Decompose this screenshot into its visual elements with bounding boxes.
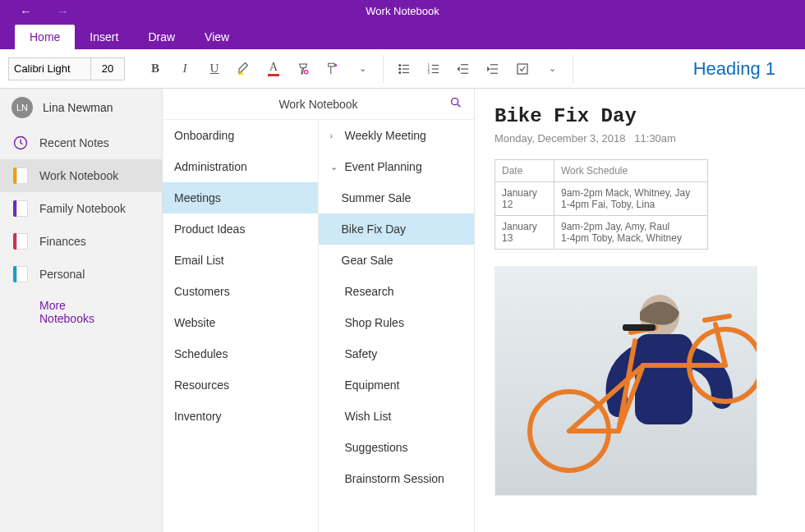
section-item[interactable]: Administration [163, 151, 318, 182]
page-label: Bike Fix Day [342, 222, 407, 236]
section-label: Customers [174, 285, 230, 298]
notebook-icon [12, 167, 30, 185]
svg-point-23 [452, 99, 458, 105]
recent-notes-row[interactable]: Recent Notes [0, 126, 162, 159]
notebook-work[interactable]: Work Notebook [0, 159, 162, 192]
font-color-button[interactable]: A [264, 60, 283, 78]
style-heading-preview[interactable]: Heading 1 [682, 58, 787, 80]
page-item[interactable]: Gear Sale [319, 245, 475, 276]
page-item[interactable]: Shop Rules [319, 307, 475, 338]
underline-button[interactable]: U [205, 60, 223, 78]
back-arrow-icon[interactable]: ← [20, 4, 32, 18]
section-item[interactable]: Resources [163, 369, 318, 401]
recent-notes-label: Recent Notes [39, 136, 109, 149]
page-label: Weekly Meeting [345, 129, 426, 142]
section-item[interactable]: Onboarding [163, 120, 318, 151]
pages-list: ›Weekly Meeting⌄Event PlanningSummer Sal… [319, 120, 475, 532]
svg-point-7 [399, 71, 401, 73]
italic-button[interactable]: I [176, 60, 194, 78]
section-label: Onboarding [174, 129, 234, 142]
section-item[interactable]: Product Ideas [163, 213, 318, 245]
page-item[interactable]: Equipment [319, 369, 475, 401]
clock-icon [12, 134, 30, 152]
section-label: Email List [174, 254, 224, 267]
tab-home[interactable]: Home [15, 25, 75, 49]
table-header: Date [495, 160, 554, 182]
page-label: Summer Sale [342, 191, 412, 204]
font-name-input[interactable] [8, 57, 90, 80]
page-item[interactable]: Safety [319, 338, 475, 369]
section-label: Administration [174, 160, 247, 173]
notebook-family[interactable]: Family Notebook [0, 192, 162, 225]
section-item[interactable]: Schedules [163, 338, 318, 369]
section-item[interactable]: Meetings [163, 182, 318, 213]
table-row[interactable]: January 12 9am-2pm Mack, Whitney, Jay1-4… [495, 182, 708, 216]
section-item[interactable]: Inventory [163, 401, 318, 432]
page-label: Safety [345, 347, 378, 360]
search-icon[interactable] [449, 96, 462, 112]
table-header: Work Schedule [554, 160, 708, 182]
tab-draw[interactable]: Draw [133, 25, 190, 49]
notebook-finances[interactable]: Finances [0, 225, 162, 258]
page-label: Equipment [345, 378, 400, 392]
svg-point-2 [334, 64, 337, 66]
svg-rect-0 [238, 72, 243, 74]
section-label: Schedules [174, 347, 228, 360]
page-item[interactable]: ⌄Event Planning [319, 151, 475, 182]
avatar: LN [12, 97, 33, 118]
table-row[interactable]: January 13 9am-2pm Jay, Amy, Raul1-4pm T… [495, 216, 708, 250]
notebook-icon [12, 265, 30, 283]
bullet-list-button[interactable] [395, 60, 413, 78]
page-item[interactable]: Summer Sale [319, 182, 475, 213]
forward-arrow-icon[interactable]: → [57, 4, 69, 18]
page-item[interactable]: ›Weekly Meeting [319, 120, 475, 151]
section-item[interactable]: Website [163, 307, 318, 338]
page-title[interactable]: Bike Fix Day [494, 105, 785, 127]
page-item[interactable]: Brainstorm Session [319, 463, 475, 494]
section-label: Inventory [174, 410, 222, 423]
page-meta: Monday, December 3, 2018 11:30am [494, 132, 785, 144]
font-size-input[interactable] [90, 57, 125, 80]
embedded-image[interactable] [494, 266, 757, 496]
section-label: Product Ideas [174, 222, 245, 236]
highlight-button[interactable] [235, 60, 253, 78]
page-item[interactable]: Bike Fix Day [319, 213, 475, 245]
tab-view[interactable]: View [190, 25, 244, 49]
chevron-down-icon[interactable]: ⌄ [330, 162, 340, 172]
bold-button[interactable]: B [146, 60, 164, 78]
window-title: Work Notebook [366, 5, 439, 17]
increase-indent-button[interactable] [484, 60, 502, 78]
more-formatting-dropdown[interactable]: ⌄ [353, 60, 371, 78]
format-painter-button[interactable] [324, 60, 342, 78]
more-paragraph-dropdown[interactable]: ⌄ [543, 60, 561, 78]
page-label: Event Planning [345, 160, 422, 173]
home-toolbar: B I U A ⌄ 123 ⌄ Headin [0, 49, 805, 89]
more-notebooks-link[interactable]: More Notebooks [0, 291, 162, 333]
chevron-right-icon[interactable]: › [330, 131, 340, 140]
decrease-indent-button[interactable] [454, 60, 472, 78]
ribbon-tabs: Home Insert Draw View [0, 21, 805, 49]
page-label: Shop Rules [345, 316, 404, 329]
clear-formatting-button[interactable] [294, 60, 312, 78]
section-item[interactable]: Customers [163, 276, 318, 307]
page-item[interactable]: Suggestions [319, 432, 475, 463]
svg-point-1 [305, 70, 309, 74]
page-label: Research [345, 285, 394, 298]
tab-insert[interactable]: Insert [75, 25, 133, 49]
page-item[interactable]: Research [319, 276, 475, 307]
todo-tag-button[interactable] [513, 60, 531, 78]
svg-rect-26 [635, 334, 692, 424]
page-label: Brainstorm Session [345, 472, 444, 485]
page-item[interactable]: Wish List [319, 401, 475, 432]
title-bar: ← → Work Notebook [0, 0, 805, 21]
numbered-list-button[interactable]: 123 [425, 60, 443, 78]
notebook-personal[interactable]: Personal [0, 258, 162, 291]
page-canvas[interactable]: Bike Fix Day Monday, December 3, 2018 11… [475, 89, 805, 532]
page-label: Gear Sale [342, 254, 393, 267]
page-label: Suggestions [345, 441, 408, 454]
section-label: Website [174, 316, 215, 329]
user-name: Lina Newman [43, 101, 113, 114]
section-item[interactable]: Email List [163, 245, 318, 276]
user-account-row[interactable]: LN Lina Newman [0, 89, 162, 126]
schedule-table[interactable]: Date Work Schedule January 12 9am-2pm Ma… [494, 159, 708, 250]
